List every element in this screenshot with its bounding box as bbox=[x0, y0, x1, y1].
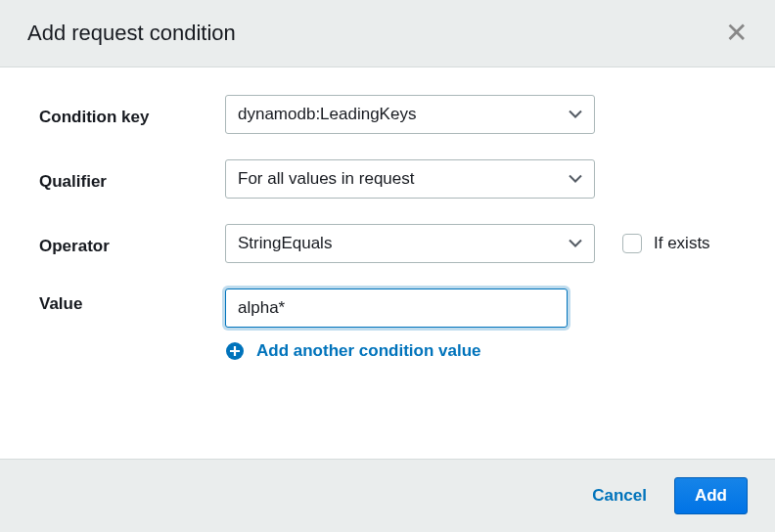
add-request-condition-modal: Add request condition ✕ Condition key dy… bbox=[0, 0, 775, 532]
modal-header: Add request condition ✕ bbox=[0, 0, 775, 67]
condition-key-select[interactable]: dynamodb:LeadingKeys bbox=[225, 95, 595, 134]
row-qualifier: Qualifier For all values in request bbox=[39, 159, 736, 199]
modal-title: Add request condition bbox=[27, 21, 236, 46]
plus-circle-icon bbox=[225, 341, 245, 361]
caret-down-icon bbox=[569, 175, 582, 184]
modal-body: Condition key dynamodb:LeadingKeys Quali… bbox=[0, 67, 775, 459]
row-value: Value Add another condition value bbox=[39, 288, 736, 365]
caret-down-icon bbox=[569, 240, 582, 248]
label-value: Value bbox=[39, 288, 225, 314]
caret-down-icon bbox=[569, 111, 582, 119]
if-exists-label: If exists bbox=[654, 234, 710, 253]
modal-footer: Cancel Add bbox=[0, 459, 775, 532]
condition-key-value: dynamodb:LeadingKeys bbox=[238, 105, 416, 124]
label-qualifier: Qualifier bbox=[39, 166, 225, 192]
if-exists-checkbox[interactable] bbox=[622, 234, 642, 253]
row-operator: Operator StringEquals If exists bbox=[39, 224, 736, 263]
add-button[interactable]: Add bbox=[674, 477, 748, 514]
label-condition-key: Condition key bbox=[39, 102, 225, 127]
add-another-label: Add another condition value bbox=[256, 341, 481, 361]
control-qualifier: For all values in request bbox=[225, 159, 736, 199]
if-exists-wrap: If exists bbox=[622, 234, 710, 253]
value-input[interactable] bbox=[225, 288, 568, 328]
control-value: Add another condition value bbox=[225, 288, 568, 365]
control-operator: StringEquals If exists bbox=[225, 224, 736, 263]
operator-select[interactable]: StringEquals bbox=[225, 224, 595, 263]
close-icon[interactable]: ✕ bbox=[725, 20, 748, 47]
label-operator: Operator bbox=[39, 231, 225, 256]
operator-value: StringEquals bbox=[238, 234, 332, 253]
qualifier-select[interactable]: For all values in request bbox=[225, 159, 595, 199]
cancel-button[interactable]: Cancel bbox=[586, 485, 653, 507]
qualifier-value: For all values in request bbox=[238, 169, 414, 189]
control-condition-key: dynamodb:LeadingKeys bbox=[225, 95, 736, 134]
row-condition-key: Condition key dynamodb:LeadingKeys bbox=[39, 95, 736, 134]
add-another-value-link[interactable]: Add another condition value bbox=[225, 341, 481, 361]
